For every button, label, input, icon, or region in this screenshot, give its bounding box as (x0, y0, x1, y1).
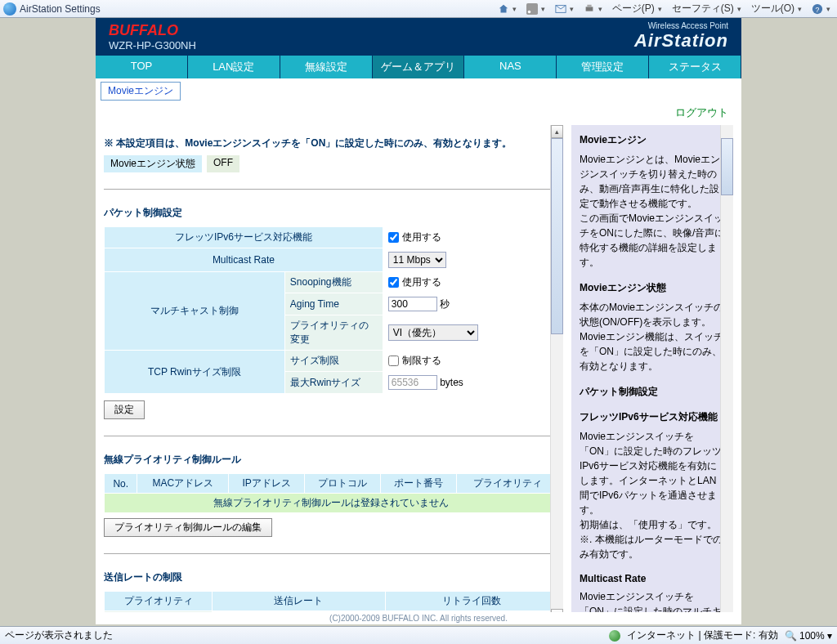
help-h4: フレッツIPv6サービス対応機能 (580, 410, 725, 424)
copyright: (C)2000-2009 BUFFALO INC. All rights res… (96, 612, 741, 624)
mail-button[interactable] (552, 3, 577, 15)
tab-nas[interactable]: NAS (464, 56, 557, 78)
multicast-ctrl-label: マルチキャスト制御 (105, 272, 285, 351)
tab-status[interactable]: ステータス (649, 56, 741, 78)
flets-label: フレッツIPv6サービス対応機能 (105, 227, 383, 248)
rules-table: No. MACアドレス IPアドレス プロトコル ポート番号 プライオリティ 無… (104, 473, 558, 513)
main-tabs: TOP LAN設定 無線設定 ゲーム＆アプリ NAS 管理設定 ステータス (96, 56, 741, 78)
buffalo-logo: BUFFALO (109, 23, 196, 38)
edit-rules-button[interactable]: プライオリティ制御ルールの編集 (104, 518, 272, 537)
svg-rect-0 (526, 3, 538, 15)
svg-point-1 (527, 10, 530, 13)
rss-button[interactable] (523, 3, 548, 15)
status-label: Movieエンジン状態 (104, 155, 202, 172)
rules-section-title: 無線プライオリティ制御ルール (104, 453, 558, 467)
help-h2: Movieエンジン状態 (580, 281, 725, 295)
tab-top[interactable]: TOP (96, 56, 188, 78)
max-rwin-label: 最大Rwinサイズ (284, 372, 383, 394)
snooping-label: Snooping機能 (284, 272, 383, 293)
max-rwin-input[interactable] (388, 375, 437, 390)
browser-toolbar: ページ(P) セーフティ(S) ツール(O) ? (495, 2, 834, 16)
tab-wireless[interactable]: 無線設定 (280, 56, 373, 78)
help-h1: Movieエンジン (580, 133, 725, 147)
set-button[interactable]: 設定 (104, 400, 145, 419)
ie-icon (3, 2, 16, 16)
packet-table: フレッツIPv6サービス対応機能 使用する Multicast Rate 11 … (104, 226, 558, 394)
help-h5: Multicast Rate (580, 573, 725, 584)
multicast-rate-label: Multicast Rate (105, 248, 383, 272)
size-limit-checkbox[interactable]: 制限する (388, 355, 441, 366)
model-number: WZR-HP-G300NH (109, 39, 196, 51)
svg-text:?: ? (816, 5, 820, 13)
help-panel: Movieエンジン Movieエンジンとは、Movieエンジンスイッチを切り替え… (571, 125, 733, 622)
snooping-checkbox[interactable]: 使用する (388, 276, 441, 288)
home-button[interactable] (495, 3, 520, 15)
multicast-rate-select[interactable]: 11 Mbps (388, 252, 446, 268)
brand-bar: BUFFALO WZR-HP-G300NH Wireless Access Po… (96, 18, 741, 56)
tab-game-app[interactable]: ゲーム＆アプリ (373, 56, 465, 78)
safety-menu[interactable]: セーフティ(S) (669, 2, 745, 16)
flets-checkbox[interactable]: 使用する (388, 231, 441, 243)
subtab-movie-engine[interactable]: Movieエンジン (101, 82, 181, 101)
print-button[interactable] (580, 3, 606, 15)
aging-time-label: Aging Time (284, 293, 383, 315)
tab-lan[interactable]: LAN設定 (188, 56, 280, 78)
logout-link[interactable]: ログアウト (96, 101, 741, 125)
rate-section-title: 送信レートの制限 (104, 570, 558, 584)
aging-time-input[interactable] (388, 297, 437, 311)
help-button[interactable]: ? (808, 3, 834, 15)
status-value: OFF (207, 155, 239, 172)
no-rules-text: 無線プライオリティ制御ルールは登録されていません (105, 494, 558, 513)
scroll-thumb[interactable] (551, 138, 563, 334)
page-title: AirStation Settings (20, 3, 101, 15)
scroll-up-icon[interactable]: ▴ (551, 125, 563, 138)
size-limit-label: サイズ制限 (284, 351, 383, 372)
main-content: ※ 本設定項目は、Movieエンジンスイッチを「ON」に設定した時にのみ、有効と… (104, 125, 563, 622)
help-scrollbar[interactable] (720, 125, 733, 622)
help-scroll-thumb[interactable] (721, 138, 733, 195)
tab-admin[interactable]: 管理設定 (557, 56, 649, 78)
tcp-rwin-label: TCP Rwinサイズ制限 (105, 351, 285, 394)
priority-change-label: プライオリティの変更 (284, 315, 383, 351)
left-scrollbar[interactable]: ▴ ▾ (550, 125, 563, 622)
svg-rect-4 (587, 4, 591, 7)
router-page: BUFFALO WZR-HP-G300NH Wireless Access Po… (96, 18, 741, 624)
priority-select[interactable]: VI（優先） (388, 324, 478, 341)
note-text: ※ 本設定項目は、Movieエンジンスイッチを「ON」に設定した時にのみ、有効と… (104, 136, 558, 150)
tools-menu[interactable]: ツール(O) (748, 2, 805, 16)
airstation-logo: Wireless Access Point AirStation (634, 21, 728, 51)
svg-rect-3 (585, 7, 593, 11)
page-menu[interactable]: ページ(P) (609, 2, 665, 16)
browser-titlebar: AirStation Settings ページ(P) セーフティ(S) ツール(… (0, 0, 837, 18)
packet-section-title: パケット制御設定 (104, 206, 558, 220)
help-h3: パケット制御設定 (580, 385, 725, 399)
